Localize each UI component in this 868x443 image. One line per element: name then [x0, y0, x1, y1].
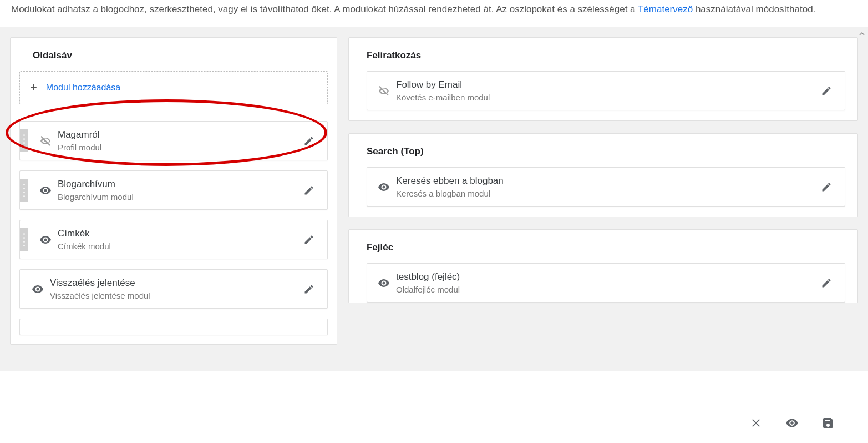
- section-widget[interactable]: Keresés ebben a blogban Keresés a blogba…: [367, 167, 845, 207]
- intro-before: Modulokat adhatsz a blogodhoz, szerkeszt…: [11, 4, 638, 14]
- visibility-on-icon: [33, 233, 58, 246]
- visibility-off-icon: [372, 84, 396, 98]
- widget-title: Follow by Email: [396, 79, 816, 90]
- widget-title: Visszaélés jelentése: [50, 278, 298, 289]
- drag-handle[interactable]: [20, 129, 28, 152]
- scroll-up-indicator[interactable]: [859, 29, 865, 37]
- widget-title: Magamról: [58, 129, 298, 140]
- visibility-off-icon: [33, 134, 58, 148]
- drag-handle[interactable]: [20, 228, 28, 251]
- intro-after: használatával módosíthatod.: [696, 4, 815, 14]
- widget-subtitle: Követés e-mailben modul: [396, 93, 816, 102]
- section-widget[interactable]: Follow by Email Követés e-mailben modul: [367, 71, 845, 110]
- section-title: Fejléc: [367, 242, 845, 253]
- theme-designer-link[interactable]: Tématervező: [638, 4, 693, 14]
- right-column: Feliratkozás Follow by Email Követés e-m…: [348, 37, 858, 345]
- sidebar-section: Oldalsáv + Modul hozzáadása Magamról Pro…: [10, 37, 337, 345]
- section-widget[interactable]: testblog (fejléc) Oldalfejléc modul: [367, 263, 845, 303]
- visibility-on-icon: [372, 180, 396, 194]
- widget-texts: testblog (fejléc) Oldalfejléc modul: [396, 271, 816, 294]
- widget-title: Blogarchívum: [58, 179, 298, 190]
- sidebar-section-title: Oldalsáv: [33, 50, 328, 61]
- edit-icon[interactable]: [816, 278, 837, 289]
- add-gadget-label: Modul hozzáadása: [46, 83, 120, 93]
- edit-icon[interactable]: [816, 85, 837, 97]
- add-gadget-button[interactable]: + Modul hozzáadása: [19, 71, 328, 104]
- edit-icon[interactable]: [298, 284, 319, 295]
- widget-subtitle: Visszaélés jelentése modul: [50, 291, 298, 300]
- sidebar-widget[interactable]: Magamról Profil modul: [19, 121, 328, 160]
- widget-texts: Magamról Profil modul: [58, 129, 298, 152]
- intro-text: Modulokat adhatsz a blogodhoz, szerkeszt…: [0, 0, 868, 27]
- edit-icon[interactable]: [816, 182, 837, 193]
- layout-area: Oldalsáv + Modul hozzáadása Magamról Pro…: [0, 27, 868, 371]
- widget-texts: Címkék Címkék modul: [58, 228, 298, 251]
- sidebar-widget[interactable]: Blogarchívum Blogarchívum modul: [19, 170, 328, 210]
- visibility-on-icon: [33, 184, 58, 197]
- drag-handle[interactable]: [20, 179, 28, 202]
- widget-texts: Follow by Email Követés e-mailben modul: [396, 79, 816, 102]
- widget-title: testblog (fejléc): [396, 271, 816, 283]
- visibility-on-icon: [372, 276, 396, 290]
- sidebar-widget[interactable]: Címkék Címkék modul: [19, 220, 328, 259]
- widget-subtitle: Oldalfejléc modul: [396, 285, 816, 294]
- plus-icon: +: [30, 82, 37, 94]
- widget-subtitle: Címkék modul: [58, 241, 298, 251]
- widget-title: Keresés ebben a blogban: [396, 175, 816, 187]
- widget-subtitle: Keresés a blogban modul: [396, 189, 816, 198]
- sidebar-widget-partial[interactable]: [19, 319, 328, 335]
- section-title: Search (Top): [367, 146, 845, 157]
- subscribe-section: Feliratkozás Follow by Email Követés e-m…: [348, 37, 858, 121]
- edit-icon[interactable]: [298, 185, 319, 196]
- search-section: Search (Top) Keresés ebben a blogban Ker…: [348, 133, 858, 217]
- widget-texts: Keresés ebben a blogban Keresés a blogba…: [396, 175, 816, 198]
- edit-icon[interactable]: [298, 234, 319, 245]
- widget-title: Címkék: [58, 228, 298, 239]
- widget-texts: Blogarchívum Blogarchívum modul: [58, 179, 298, 202]
- widget-subtitle: Profil modul: [58, 143, 298, 152]
- widget-texts: Visszaélés jelentése Visszaélés jelentés…: [50, 278, 298, 300]
- edit-icon[interactable]: [298, 135, 319, 147]
- sidebar-widget[interactable]: Visszaélés jelentése Visszaélés jelentés…: [19, 269, 328, 309]
- widget-subtitle: Blogarchívum modul: [58, 192, 298, 202]
- header-section: Fejléc testblog (fejléc) Oldalfejléc mod…: [348, 229, 858, 303]
- visibility-on-icon: [26, 283, 50, 296]
- section-title: Feliratkozás: [367, 50, 845, 61]
